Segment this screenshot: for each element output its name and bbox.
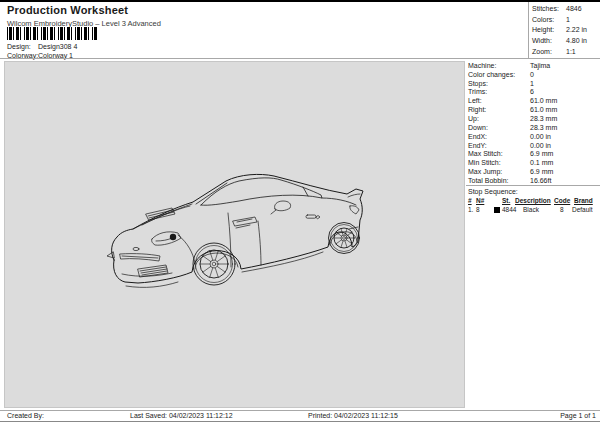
design-row: Design: Design308 4 bbox=[7, 43, 77, 50]
cell-code: 8 bbox=[560, 206, 564, 213]
design-value: Design308 4 bbox=[38, 43, 77, 50]
footer-last-saved: Last Saved: 04/02/2023 11:12:12 bbox=[130, 412, 233, 419]
machine-info-label: Stops: bbox=[468, 80, 530, 87]
machine-info-value: 61.0 mm bbox=[530, 106, 557, 113]
machine-info-value: 0.00 in bbox=[530, 133, 551, 140]
machine-info-label: Min Stitch: bbox=[468, 159, 530, 166]
machine-info-row: Color changes: 0 bbox=[468, 70, 598, 79]
machine-info: Machine: Tajima Color changes: 0 Stops: … bbox=[468, 61, 598, 185]
machine-info-value: 6 bbox=[530, 88, 534, 95]
col-header-stitches: St. bbox=[502, 197, 510, 204]
col-header-brand: Brand bbox=[574, 197, 593, 204]
summary-row: Height: 2.22 in bbox=[532, 25, 598, 36]
machine-info-value: 6.9 mm bbox=[530, 168, 553, 175]
machine-info-label: Total Bobbin: bbox=[468, 177, 530, 184]
machine-info-row: Left: 61.0 mm bbox=[468, 96, 598, 105]
machine-info-label: Max Stitch: bbox=[468, 150, 530, 157]
machine-info-row: EndY: 0.00 in bbox=[468, 141, 598, 150]
summary-row: Stitches: 4846 bbox=[532, 3, 598, 14]
machine-info-value: 28.3 mm bbox=[530, 115, 557, 122]
design-label: Design: bbox=[7, 43, 38, 50]
machine-info-value: 0.1 mm bbox=[530, 159, 553, 166]
machine-info-label: Trims: bbox=[468, 88, 530, 95]
design-barcode bbox=[7, 27, 97, 40]
summary-value: 1:1 bbox=[566, 48, 576, 55]
machine-info-value: 1 bbox=[530, 80, 534, 87]
summary-row: Colors: 1 bbox=[532, 14, 598, 25]
cell-description: Black bbox=[523, 206, 539, 213]
machine-info-label: EndY: bbox=[468, 142, 530, 149]
machine-info-value: Tajima bbox=[530, 62, 550, 69]
machine-info-row: Machine: Tajima bbox=[468, 61, 598, 70]
machine-info-row: Max Stitch: 6.9 mm bbox=[468, 149, 598, 158]
summary-value: 4846 bbox=[566, 5, 582, 12]
summary-label: Stitches: bbox=[532, 5, 566, 12]
machine-info-row: EndX: 0.00 in bbox=[468, 132, 598, 141]
machine-info-row: Stops: 1 bbox=[468, 79, 598, 88]
footer-bottom-rule bbox=[0, 421, 600, 422]
machine-info-label: Max Jump: bbox=[468, 168, 530, 175]
machine-info-label: Color changes: bbox=[468, 71, 530, 78]
header-separator bbox=[0, 58, 600, 59]
summary-label: Height: bbox=[532, 26, 566, 33]
stop-sequence-title: Stop Sequence: bbox=[468, 188, 518, 195]
machine-info-row: Max Jump: 6.9 mm bbox=[468, 167, 598, 176]
machine-info-value: 28.3 mm bbox=[530, 124, 557, 131]
summary-row: Width: 4.80 in bbox=[532, 35, 598, 46]
machine-info-value: 0 bbox=[530, 71, 534, 78]
footer-page-number: Page 1 of 1 bbox=[560, 412, 596, 419]
production-worksheet-page: Production Worksheet Wilcom EmbroiderySt… bbox=[0, 0, 600, 424]
footer-printed: Printed: 04/02/2023 11:12:15 bbox=[308, 412, 398, 419]
footer-created-by: Created By: bbox=[7, 412, 44, 419]
col-header-description: Description bbox=[515, 197, 551, 204]
machine-info-value: 61.0 mm bbox=[530, 97, 557, 104]
cell-num: 1. bbox=[468, 206, 473, 213]
car-line-art bbox=[100, 161, 392, 299]
summary-label: Colors: bbox=[532, 16, 566, 23]
footer-top-rule bbox=[0, 410, 600, 411]
summary-box-border bbox=[528, 2, 529, 58]
summary-value: 2.22 in bbox=[566, 26, 587, 33]
summary-label: Zoom: bbox=[532, 48, 566, 55]
machine-info-row: Up: 28.3 mm bbox=[468, 114, 598, 123]
stop-sequence-table: Stop Sequence: # N# St. Description Code… bbox=[468, 186, 600, 226]
design-summary: Stitches: 4846 Colors: 1 Height: 2.22 in… bbox=[532, 3, 598, 57]
machine-info-value: 0.00 in bbox=[530, 142, 551, 149]
summary-row: Zoom: 1:1 bbox=[532, 46, 598, 57]
thread-color-swatch bbox=[494, 207, 500, 213]
col-header-num: # bbox=[468, 197, 472, 204]
col-header-needle: N# bbox=[476, 197, 484, 204]
top-rule bbox=[0, 0, 600, 2]
page-title: Production Worksheet bbox=[7, 4, 128, 16]
cell-brand: Default bbox=[572, 206, 593, 213]
summary-label: Width: bbox=[532, 37, 566, 44]
summary-value: 1 bbox=[566, 16, 570, 23]
summary-value: 4.80 in bbox=[566, 37, 587, 44]
col-header-code: Code bbox=[554, 197, 570, 204]
machine-info-label: Right: bbox=[468, 106, 530, 113]
machine-info-row: Right: 61.0 mm bbox=[468, 105, 598, 114]
cell-stitches: 4844 bbox=[502, 206, 516, 213]
car-body-outline bbox=[112, 174, 363, 283]
machine-info-label: Up: bbox=[468, 115, 530, 122]
machine-info-label: Left: bbox=[468, 97, 530, 104]
machine-info-value: 16.66ft bbox=[530, 177, 551, 184]
machine-info-row: Min Stitch: 0.1 mm bbox=[468, 158, 598, 167]
machine-info-row: Down: 28.3 mm bbox=[468, 123, 598, 132]
machine-info-row: Total Bobbin: 16.66ft bbox=[468, 176, 598, 185]
machine-info-label: Machine: bbox=[468, 62, 530, 69]
machine-info-label: EndX: bbox=[468, 133, 530, 140]
machine-info-row: Trims: 6 bbox=[468, 88, 598, 97]
machine-info-label: Down: bbox=[468, 124, 530, 131]
cell-needle: 8 bbox=[476, 206, 480, 213]
machine-info-value: 6.9 mm bbox=[530, 150, 553, 157]
